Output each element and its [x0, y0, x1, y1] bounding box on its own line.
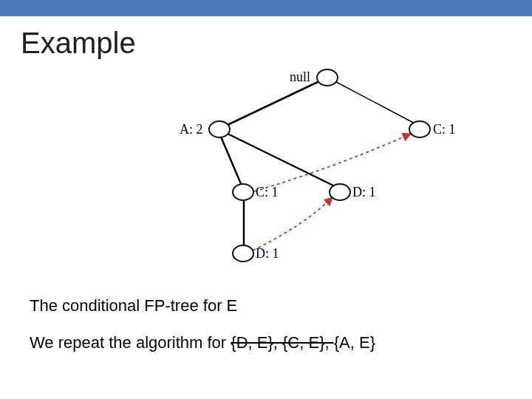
node-null — [317, 69, 338, 86]
edge-a-d-right — [228, 134, 336, 187]
label-null: null — [290, 69, 310, 85]
link-d-d — [253, 197, 332, 250]
node-d1-right — [330, 184, 350, 200]
caption-line2-prefix: We repeat the algorithm for — [30, 333, 231, 352]
label-a2: A: 2 — [180, 122, 203, 137]
label-d1-right: D: 1 — [352, 185, 376, 200]
node-c1-right — [409, 121, 430, 137]
node-a2 — [209, 121, 230, 137]
caption-line2-tail: {A, E} — [334, 333, 375, 352]
edge-null-c-right — [336, 82, 417, 125]
edge-a-c-left — [220, 135, 242, 185]
caption-line2-strike2: {C, E}, — [282, 333, 334, 352]
caption-line2: We repeat the algorithm for {D, E}, {C, … — [30, 333, 532, 352]
link-c-c — [254, 134, 411, 191]
edge-null-a — [228, 82, 318, 125]
slide-title: Example — [21, 27, 532, 60]
caption-line1: The conditional FP-tree for E — [30, 296, 532, 316]
label-c1-left: C: 1 — [256, 185, 279, 200]
label-d1-bottom: D: 1 — [256, 246, 279, 262]
label-c1-right: C: 1 — [433, 122, 456, 137]
caption-line2-strike1: {D, E}, — [231, 333, 282, 352]
node-c1-left — [233, 184, 253, 200]
accent-bar — [0, 0, 532, 16]
node-d1-bottom — [233, 245, 253, 262]
diagram-stage: null A: 2 C: 1 C: 1 D: 1 D: 1 — [0, 60, 532, 296]
